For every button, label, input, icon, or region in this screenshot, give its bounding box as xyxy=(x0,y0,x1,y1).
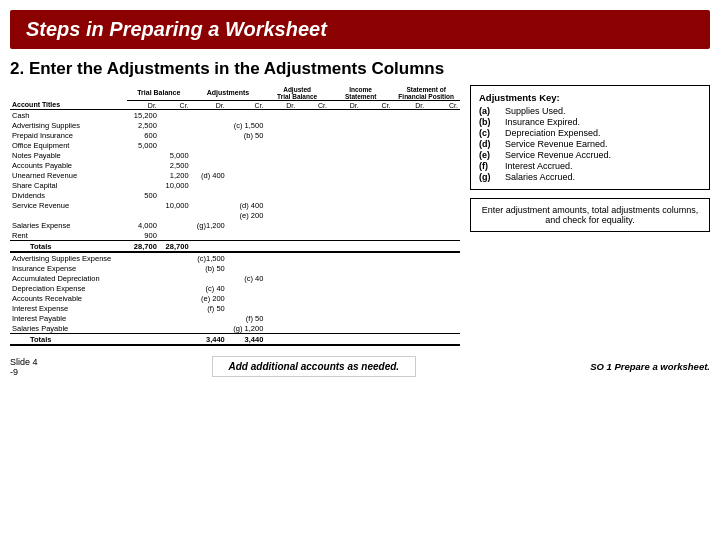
key-item: (g)Salaries Accrued. xyxy=(479,172,701,182)
key-item: (d)Service Revenue Earned. xyxy=(479,139,701,149)
so1-label: SO 1 Prepare a worksheet. xyxy=(590,361,710,372)
key-item: (b)Insurance Expired. xyxy=(479,117,701,127)
key-item: (f)Interest Accrued. xyxy=(479,161,701,171)
add-accounts-btn[interactable]: Add additional accounts as needed. xyxy=(212,356,417,377)
right-panel: Adjustments Key: (a)Supplies Used.(b)Ins… xyxy=(470,85,710,346)
adjustments-key-box: Adjustments Key: (a)Supplies Used.(b)Ins… xyxy=(470,85,710,190)
enter-box: Enter adjustment amounts, total adjustme… xyxy=(470,198,710,232)
worksheet-table: Trial Balance Adjustments AdjustedTrial … xyxy=(10,85,460,346)
key-item: (a)Supplies Used. xyxy=(479,106,701,116)
key-item: (e)Service Revenue Accrued. xyxy=(479,150,701,160)
bottom-bar: Slide 4 -9 Add additional accounts as ne… xyxy=(0,352,720,381)
title-bar: Steps in Preparing a Worksheet xyxy=(10,10,710,49)
slide-info: Slide 4 -9 xyxy=(10,357,38,377)
key-item: (c)Depreciation Expensed. xyxy=(479,128,701,138)
subtitle: 2. Enter the Adjustments in the Adjustme… xyxy=(0,55,720,85)
key-title: Adjustments Key: xyxy=(479,92,701,103)
